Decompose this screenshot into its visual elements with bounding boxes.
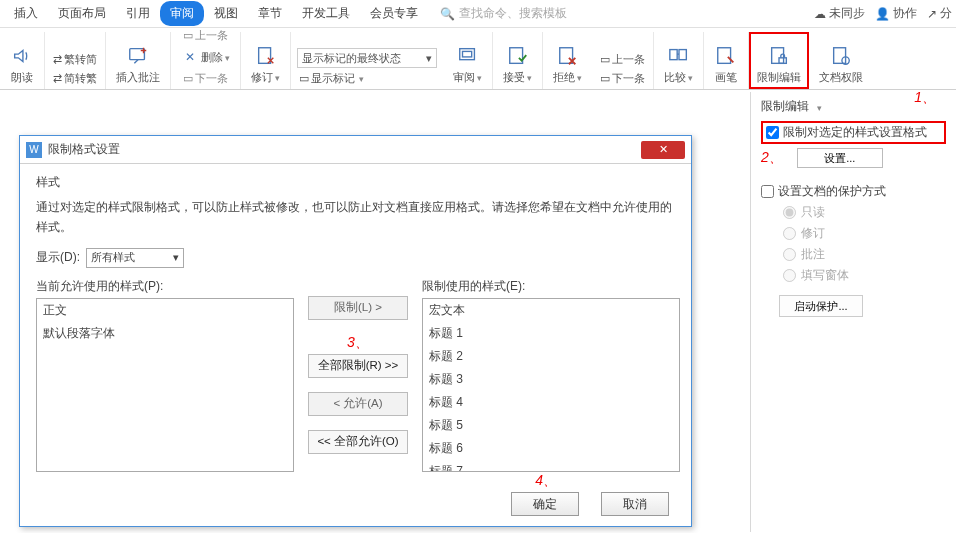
doc-permission-button[interactable]: 文档权限 bbox=[815, 42, 867, 87]
tab-page-layout[interactable]: 页面布局 bbox=[48, 1, 116, 26]
restrict-all-button[interactable]: 全部限制(R) >> bbox=[308, 354, 408, 378]
pane-dropdown-icon[interactable] bbox=[815, 100, 822, 114]
restrict-button[interactable]: 限制(L) > bbox=[308, 296, 408, 320]
delete-comment-button[interactable]: ✕ 删除 bbox=[177, 46, 234, 68]
share-icon: ↗ bbox=[927, 7, 937, 21]
tab-sections[interactable]: 章节 bbox=[248, 1, 292, 26]
list-item[interactable]: 默认段落字体 bbox=[37, 322, 293, 345]
track-changes-button[interactable]: 修订 bbox=[247, 42, 284, 87]
brush-button[interactable]: 画笔 bbox=[710, 42, 742, 87]
svg-rect-7 bbox=[679, 50, 686, 60]
dialog-title-text: 限制格式设置 bbox=[48, 141, 120, 158]
display-state-dropdown[interactable]: 显示标记的最终状态▾ bbox=[297, 48, 437, 68]
read-aloud-button[interactable]: 朗读 bbox=[6, 42, 38, 87]
close-button[interactable]: ✕ bbox=[641, 141, 685, 159]
svg-rect-11 bbox=[834, 48, 846, 64]
ok-button[interactable]: 确定 bbox=[511, 492, 579, 516]
comment-add-icon bbox=[126, 44, 150, 68]
allowed-styles-label: 当前允许使用的样式(P): bbox=[36, 278, 294, 295]
marks-icon: ▭ bbox=[299, 72, 309, 85]
dialog-titlebar[interactable]: W 限制格式设置 ✕ bbox=[20, 136, 691, 164]
radio-comment[interactable]: 批注 bbox=[783, 247, 946, 262]
reject-button[interactable]: 拒绝 bbox=[549, 42, 586, 87]
list-item[interactable]: 标题 4 bbox=[423, 391, 679, 414]
radio-readonly[interactable]: 只读 bbox=[783, 205, 946, 220]
search-placeholder: 查找命令、搜索模板 bbox=[459, 5, 567, 22]
reject-icon bbox=[556, 44, 580, 68]
protect-method-checkbox[interactable] bbox=[761, 185, 774, 198]
list-item[interactable]: 标题 3 bbox=[423, 368, 679, 391]
allow-button[interactable]: < 允许(A) bbox=[308, 392, 408, 416]
tab-review[interactable]: 审阅 bbox=[160, 1, 204, 26]
list-item[interactable]: 宏文本 bbox=[423, 299, 679, 322]
accept-button[interactable]: 接受 bbox=[499, 42, 536, 87]
radio-form[interactable]: 填写窗体 bbox=[783, 268, 946, 283]
review-pane-icon bbox=[456, 44, 480, 68]
svg-rect-1 bbox=[258, 48, 270, 64]
compare-icon bbox=[667, 44, 691, 68]
arrow-down-icon: ▭ bbox=[600, 72, 610, 85]
list-item[interactable]: 标题 5 bbox=[423, 414, 679, 437]
restricted-styles-label: 限制使用的样式(E): bbox=[422, 278, 680, 295]
comment-delete-icon: ✕ bbox=[181, 48, 199, 66]
restrict-edit-pane: 限制编辑 1、 限制对选定的样式设置格式 2、 设置... 设置文档的保护方式 … bbox=[750, 92, 956, 532]
list-item[interactable]: 标题 1 bbox=[423, 322, 679, 345]
start-protect-button[interactable]: 启动保护... bbox=[779, 295, 863, 317]
list-item[interactable]: 标题 2 bbox=[423, 345, 679, 368]
comment-next: ▭下一条 bbox=[181, 70, 230, 87]
insert-comment-button[interactable]: 插入批注 bbox=[112, 42, 164, 87]
accept-icon bbox=[506, 44, 530, 68]
allow-all-button[interactable]: << 全部允许(O) bbox=[308, 430, 408, 454]
list-item[interactable]: 标题 7 bbox=[423, 460, 679, 472]
cancel-button[interactable]: 取消 bbox=[601, 492, 669, 516]
rev-prev[interactable]: ▭上一条 bbox=[598, 51, 647, 68]
tab-devtools[interactable]: 开发工具 bbox=[292, 1, 360, 26]
svg-rect-4 bbox=[509, 48, 522, 64]
list-item[interactable]: 正文 bbox=[37, 299, 293, 322]
menu-tabs: 插入 页面布局 引用 审阅 视图 章节 开发工具 会员专享 🔍 查找命令、搜索模… bbox=[0, 0, 956, 28]
svg-rect-9 bbox=[772, 48, 784, 64]
lock-doc-icon bbox=[767, 44, 791, 68]
arrow-up-icon: ▭ bbox=[600, 53, 610, 66]
allowed-styles-listbox[interactable]: 正文 默认段落字体 bbox=[36, 298, 294, 472]
restrict-format-dialog: W 限制格式设置 ✕ 样式 通过对选定的样式限制格式，可以防止样式被修改，也可以… bbox=[19, 135, 692, 527]
restrict-edit-button[interactable]: 限制编辑 bbox=[753, 42, 805, 87]
section-heading: 样式 bbox=[36, 174, 675, 191]
dialog-description: 通过对选定的样式限制格式，可以防止样式被修改，也可以防止对文档直接应用格式。请选… bbox=[36, 197, 675, 238]
simp-to-trad[interactable]: ⇄简转繁 bbox=[51, 70, 99, 87]
protect-radio-list: 只读 修订 批注 填写窗体 bbox=[783, 205, 946, 283]
svg-rect-8 bbox=[718, 48, 731, 64]
settings-button[interactable]: 设置... bbox=[797, 148, 883, 168]
restrict-edit-highlight: 限制编辑 bbox=[749, 32, 809, 89]
search-box[interactable]: 🔍 查找命令、搜索模板 bbox=[440, 5, 567, 22]
restricted-styles-listbox[interactable]: 宏文本 标题 1 标题 2 标题 3 标题 4 标题 5 标题 6 标题 7 bbox=[422, 298, 680, 472]
show-marks-dropdown[interactable]: ▭显示标记 bbox=[297, 70, 366, 87]
cloud-icon: ☁ bbox=[814, 7, 826, 21]
annotation-2: 2、 bbox=[761, 149, 783, 167]
tab-member[interactable]: 会员专享 bbox=[360, 1, 428, 26]
chevron-down-icon: ▾ bbox=[426, 52, 432, 65]
collab-button[interactable]: 👤协作 bbox=[875, 5, 917, 22]
svg-rect-5 bbox=[559, 48, 572, 64]
tab-insert[interactable]: 插入 bbox=[4, 1, 48, 26]
share-button[interactable]: ↗分 bbox=[927, 5, 952, 22]
restrict-format-checkbox[interactable] bbox=[766, 126, 779, 139]
compare-button[interactable]: 比较 bbox=[660, 42, 697, 87]
pane-title: 限制编辑 bbox=[761, 98, 809, 115]
doc-perm-icon bbox=[829, 44, 853, 68]
tab-view[interactable]: 视图 bbox=[204, 1, 248, 26]
protect-method-label: 设置文档的保护方式 bbox=[778, 184, 886, 199]
brush-icon bbox=[714, 44, 738, 68]
review-pane-button[interactable]: 审阅 bbox=[449, 42, 486, 87]
trad-to-simp[interactable]: ⇄繁转简 bbox=[51, 51, 99, 68]
annotation-1: 1、 bbox=[914, 89, 936, 107]
tab-reference[interactable]: 引用 bbox=[116, 1, 160, 26]
radio-revision[interactable]: 修订 bbox=[783, 226, 946, 241]
rev-next[interactable]: ▭下一条 bbox=[598, 70, 647, 87]
comment-prev: ▭上一条 bbox=[181, 27, 230, 44]
display-dropdown[interactable]: 所有样式▾ bbox=[86, 248, 184, 268]
restrict-format-label: 限制对选定的样式设置格式 bbox=[783, 125, 927, 140]
speaker-icon bbox=[10, 44, 34, 68]
sync-status[interactable]: ☁未同步 bbox=[814, 5, 865, 22]
list-item[interactable]: 标题 6 bbox=[423, 437, 679, 460]
